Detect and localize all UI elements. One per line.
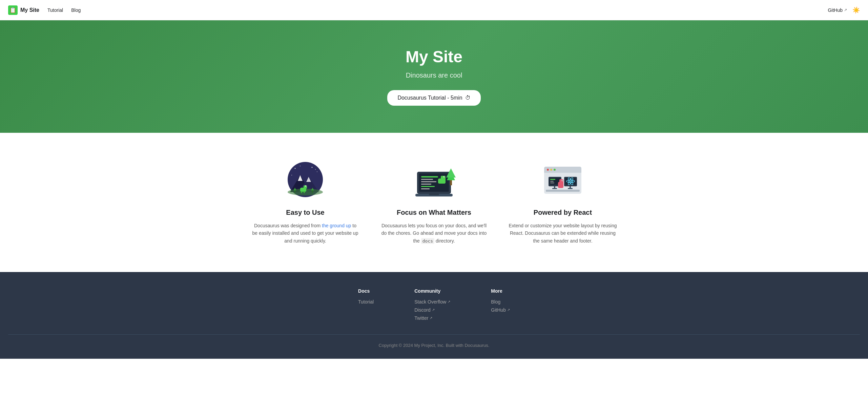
feature-1-desc: Docusaurus was designed from the ground … — [251, 222, 359, 245]
svg-rect-17 — [304, 191, 305, 193]
hero-cta-button[interactable]: Docusaurus Tutorial - 5min ⏱ — [387, 90, 480, 106]
features-section: Easy to Use Docusaurus was designed from… — [0, 133, 868, 272]
feature-1-title: Easy to Use — [251, 209, 359, 216]
external-icon: ↗ — [432, 308, 435, 312]
feature-2-title: Focus on What Matters — [380, 209, 488, 216]
navbar: 📋 My Site Tutorial Blog GitHub ↗ ☀️ — [0, 0, 868, 20]
external-icon: ↗ — [448, 300, 450, 304]
svg-rect-16 — [301, 191, 302, 193]
external-link-icon: ↗ — [844, 8, 847, 12]
footer-link-blog[interactable]: Blog — [491, 299, 510, 305]
external-icon: ↗ — [430, 316, 432, 320]
svg-point-64 — [562, 180, 563, 181]
feature-easy-to-use: Easy to Use Docusaurus was designed from… — [251, 160, 359, 245]
footer-docs-heading: Docs — [358, 288, 374, 294]
hero-subtitle: Dinosaurs are cool — [406, 71, 462, 79]
svg-rect-47 — [550, 179, 555, 180]
feature-illustration-laptop — [410, 160, 458, 201]
svg-point-6 — [315, 169, 316, 170]
footer-section-more: More Blog GitHub ↗ — [491, 288, 510, 324]
svg-rect-36 — [450, 180, 452, 185]
feature-2-desc: Docusaurus lets you focus on your docs, … — [380, 222, 488, 245]
navbar-links: Tutorial Blog — [47, 7, 81, 13]
svg-rect-60 — [568, 188, 573, 189]
svg-point-43 — [550, 169, 552, 171]
svg-rect-31 — [441, 176, 446, 180]
feature-react: Powered by React Extend or customize you… — [509, 160, 617, 245]
feature-3-title: Powered by React — [509, 209, 617, 216]
footer-more-heading: More — [491, 288, 510, 294]
navbar-brand[interactable]: 📋 My Site — [8, 5, 39, 15]
footer-link-stackoverflow[interactable]: Stack Overflow ↗ — [414, 299, 450, 305]
svg-rect-38 — [429, 194, 439, 195]
svg-rect-49 — [550, 183, 554, 183]
feature-focus: Focus on What Matters Docusaurus lets yo… — [380, 160, 488, 245]
footer-section-docs: Docs Tutorial — [358, 288, 374, 324]
svg-point-4 — [317, 171, 317, 172]
svg-rect-28 — [421, 186, 435, 187]
hero-title: My Site — [406, 47, 462, 66]
svg-point-33 — [444, 176, 445, 177]
footer-link-discord[interactable]: Discord ↗ — [414, 307, 450, 313]
footer-link-github[interactable]: GitHub ↗ — [491, 307, 510, 313]
svg-rect-62 — [559, 179, 563, 183]
nav-link-tutorial[interactable]: Tutorial — [47, 7, 63, 13]
feature-illustration-workspace — [539, 160, 586, 201]
footer-section-community: Community Stack Overflow ↗ Discord ↗ — [414, 288, 450, 324]
hero-section: My Site Dinosaurs are cool Docusaurus Tu… — [0, 20, 868, 133]
svg-rect-65 — [546, 190, 580, 192]
hero-cta-label: Docusaurus Tutorial - 5min — [397, 95, 462, 101]
svg-point-44 — [554, 169, 556, 171]
footer-link-tutorial[interactable]: Tutorial — [358, 299, 374, 305]
svg-rect-29 — [421, 188, 430, 189]
footer-content: Docs Tutorial Community Stack Overflow ↗ — [265, 288, 603, 324]
svg-rect-24 — [421, 176, 438, 178]
footer-copyright: Copyright © 2024 My Project, Inc. Built … — [8, 334, 860, 348]
brand-label: My Site — [20, 7, 39, 13]
theme-toggle-button[interactable]: ☀️ — [852, 6, 860, 14]
external-icon: ↗ — [507, 308, 510, 312]
svg-point-58 — [570, 181, 571, 182]
svg-rect-18 — [294, 190, 295, 193]
features-grid: Easy to Use Docusaurus was designed from… — [248, 160, 620, 245]
svg-rect-27 — [421, 184, 431, 185]
svg-point-15 — [306, 186, 307, 186]
svg-point-1 — [295, 168, 296, 169]
footer: Docs Tutorial Community Stack Overflow ↗ — [0, 272, 868, 359]
navbar-right: GitHub ↗ ☀️ — [828, 6, 860, 14]
svg-rect-51 — [552, 188, 557, 189]
svg-point-3 — [312, 167, 313, 168]
github-link[interactable]: GitHub ↗ — [828, 7, 847, 13]
svg-point-42 — [547, 169, 549, 171]
svg-rect-25 — [421, 179, 433, 180]
github-label: GitHub — [828, 7, 843, 13]
svg-rect-20 — [312, 190, 313, 193]
feature-illustration-mountain — [282, 160, 329, 201]
svg-rect-48 — [550, 181, 554, 182]
nav-link-blog[interactable]: Blog — [71, 7, 81, 13]
footer-community-heading: Community — [414, 288, 450, 294]
svg-rect-41 — [544, 170, 581, 173]
svg-rect-26 — [421, 181, 436, 182]
brand-icon: 📋 — [8, 5, 18, 15]
timer-icon: ⏱ — [465, 95, 471, 101]
footer-link-twitter[interactable]: Twitter ↗ — [414, 315, 450, 321]
svg-point-2 — [300, 166, 301, 166]
svg-point-5 — [291, 175, 292, 175]
feature-3-desc: Extend or customize your website layout … — [509, 222, 617, 245]
